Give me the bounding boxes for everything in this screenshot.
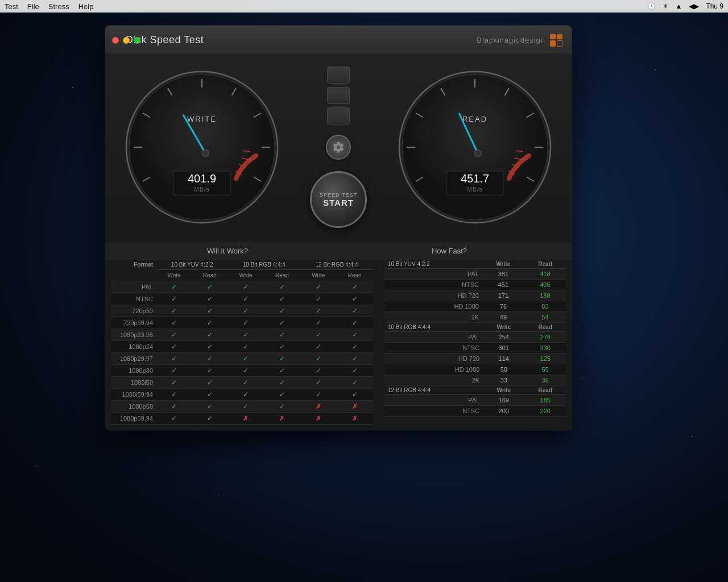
write-value-cell: 33 — [483, 375, 524, 386]
brand-sq-2 — [557, 34, 562, 39]
check-cell: ✓ — [264, 329, 301, 341]
read-value-cell: 185 — [524, 395, 566, 406]
check-cell: ✓ — [228, 365, 263, 377]
check-cell: ✓ — [300, 389, 336, 401]
how-fast-row: HD 10805055 — [384, 364, 566, 375]
will-it-work-row: 1080i59.94✓✓✓✓✓✓ — [111, 389, 373, 401]
group-name-header: 10 Bit RGB 4:4:4 — [384, 323, 483, 332]
how-fast-row: PAL169185 — [384, 395, 566, 406]
check-cell: ✓ — [156, 329, 192, 341]
check-cell: ✓ — [264, 293, 301, 305]
check-cell: ✓ — [300, 365, 336, 377]
check-cell: ✓ — [192, 389, 228, 401]
write-col-header: Write — [483, 386, 524, 395]
format-cell: 1080p30 — [111, 365, 156, 377]
results-section: Will it Work? How Fast? Format 10 Bit YU… — [105, 242, 572, 430]
minimize-button[interactable] — [123, 37, 130, 44]
menu-clock-icon: 🕐 — [647, 2, 656, 10]
write-value-cell: 254 — [483, 332, 524, 343]
table-section: Format 10 Bit YUV 4:2:2 10 Bit RGB 4:4:4… — [105, 260, 572, 430]
check-cell: ✓ — [192, 305, 228, 317]
format-name-cell: HD 1080 — [384, 301, 482, 312]
check-cell: ✓ — [300, 281, 336, 293]
write-value-cell: 169 — [483, 395, 524, 406]
check-cell: ✓ — [156, 353, 192, 365]
check-cell: ✓ — [264, 365, 301, 377]
check-cell: ✓ — [192, 341, 228, 353]
write-col-header: Write — [483, 323, 524, 332]
format-btn-2[interactable] — [327, 87, 350, 104]
format-name-cell: NTSC — [384, 406, 483, 417]
read-col-header: Read — [524, 386, 566, 395]
check-cell: ✓ — [264, 401, 301, 413]
check-cell: ✓ — [228, 317, 263, 329]
format-name-cell: 2K — [384, 375, 483, 386]
brand-sq-1 — [550, 34, 556, 39]
format-name-cell: HD 720 — [384, 354, 483, 364]
how-fast-row: HD 10807683 — [384, 301, 566, 312]
check-cell: ✓ — [192, 281, 228, 293]
empty-header — [111, 270, 156, 281]
check-cell: ✓ — [264, 389, 301, 401]
check-cell: ✓ — [156, 293, 192, 305]
check-cell: ✓ — [228, 353, 263, 365]
maximize-button[interactable] — [134, 37, 140, 44]
check-cell: ✓ — [192, 317, 228, 329]
gauges-section: WRITE 401.9 MB/s SPEED TEST START — [105, 55, 572, 242]
rgb444-12bit-write-header: Write — [300, 270, 336, 281]
check-cell: ✓ — [336, 365, 373, 377]
check-cell: ✓ — [336, 329, 373, 341]
read-gauge: READ 451.7 MB/s — [395, 68, 555, 227]
check-cell: ✓ — [336, 377, 373, 389]
how-fast-row: 2K4954 — [384, 312, 566, 323]
how-fast-row: PAL254278 — [384, 332, 566, 343]
will-it-work-row: PAL✓✓✓✓✓✓ — [111, 281, 373, 293]
check-cell: ✓ — [264, 305, 301, 317]
check-cell: ✓ — [300, 377, 336, 389]
how-fast-row: HD 720114125 — [384, 354, 566, 364]
check-cell: ✓ — [192, 329, 228, 341]
check-cell: ✓ — [300, 305, 336, 317]
check-cell: ✓ — [336, 353, 373, 365]
format-btn-1[interactable] — [327, 66, 350, 84]
check-cell: ✗ — [300, 401, 336, 413]
will-it-work-row: 720p59.94✓✓✓✓✓✓ — [111, 317, 373, 329]
check-cell: ✓ — [300, 317, 336, 329]
write-gauge: WRITE 401.9 MB/s — [122, 68, 282, 227]
start-button[interactable]: SPEED TEST START — [310, 171, 367, 228]
how-fast-row: NTSC451495 — [384, 280, 566, 290]
svg-text:MB/s: MB/s — [195, 186, 210, 193]
title-bar: Disk Speed Test Blackmagicdesign — [105, 26, 572, 55]
yuv422-write-header: Write — [156, 270, 192, 281]
menu-stress[interactable]: Stress — [48, 2, 69, 11]
close-button[interactable] — [112, 37, 119, 44]
check-cell: ✓ — [156, 281, 192, 293]
will-it-work-row: 1080p59.94✓✓✗✗✗✗ — [111, 413, 373, 425]
how-fast-row: HD 720171188 — [384, 290, 566, 301]
menubar-left: Test File Stress Help — [5, 2, 93, 11]
settings-button[interactable] — [326, 135, 351, 160]
menu-time: Thu 9 — [706, 2, 723, 10]
format-btn-3[interactable] — [327, 107, 350, 124]
format-name-cell: PAL — [384, 269, 482, 280]
rgb444-10bit-header: 10 Bit RGB 4:4:4 — [228, 260, 300, 270]
menubar-right: 🕐 ✳ ▲ ◀▶ Thu 9 — [647, 2, 723, 10]
how-fast-row: 2K3336 — [384, 375, 566, 386]
format-buttons — [327, 66, 350, 124]
check-cell: ✓ — [264, 317, 301, 329]
check-cell: ✓ — [156, 413, 192, 425]
read-gauge-svg: READ 451.7 MB/s — [395, 68, 555, 227]
write-value-cell: 301 — [483, 343, 524, 354]
check-cell: ✓ — [156, 365, 192, 377]
check-cell: ✓ — [192, 293, 228, 305]
menu-test[interactable]: Test — [5, 2, 18, 11]
how-fast-group-table: 12 Bit RGB 4:4:4WriteReadPAL169185NTSC20… — [384, 386, 566, 417]
write-value-cell: 49 — [482, 312, 524, 323]
how-fast-group-table: 10 Bit RGB 4:4:4WriteReadPAL254278NTSC30… — [384, 323, 566, 386]
menu-file[interactable]: File — [27, 2, 39, 11]
menu-help[interactable]: Help — [78, 2, 94, 11]
format-cell: 1080p50 — [111, 401, 156, 413]
write-value-cell: 114 — [483, 354, 524, 364]
write-value-cell: 381 — [482, 269, 524, 280]
will-it-work-row: 1080p50✓✓✓✓✗✗ — [111, 401, 373, 413]
